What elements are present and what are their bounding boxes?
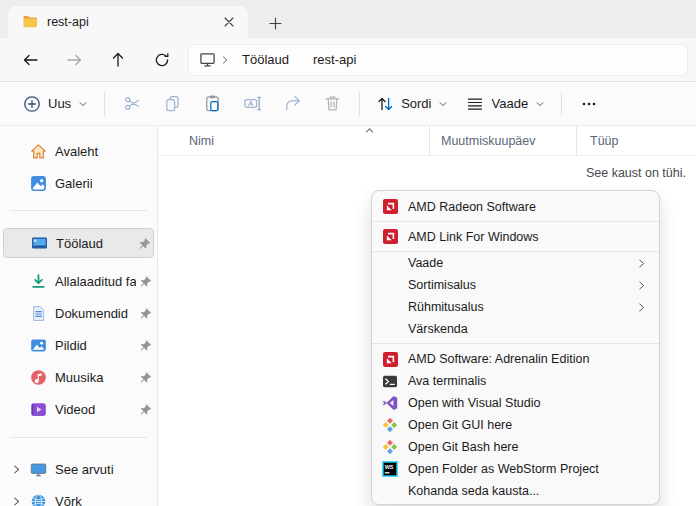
sidebar-item-label: Galerii (55, 176, 154, 191)
menu-item-open-git-bash-here[interactable]: Open Git Bash here (372, 436, 659, 458)
menu-item-r-hmitusalus[interactable]: Rühmitusalus (372, 296, 659, 318)
sidebar-item-v-rk[interactable]: Võrk (3, 486, 154, 506)
pin-icon (136, 275, 154, 288)
sidebar-item-dokumendid[interactable]: Dokumendid (3, 298, 154, 328)
tab-close-button[interactable] (216, 10, 242, 34)
submenu-chevron-icon (636, 302, 647, 313)
forward-button[interactable] (56, 44, 92, 76)
downloads-icon (29, 273, 47, 290)
menu-item-label: Värskenda (408, 322, 647, 336)
navigation-bar: Töölaudrest-api (0, 38, 696, 82)
new-button-label: Uus (48, 96, 71, 111)
sidebar-item-label: Pildid (55, 338, 136, 353)
tab-rest-api[interactable]: rest-api (8, 6, 248, 38)
menu-item-amd-radeon-software[interactable]: AMD Radeon Software (372, 192, 659, 221)
videos-icon (29, 401, 47, 418)
sidebar-item-avaleht[interactable]: Avaleht (3, 136, 154, 166)
more-icon (580, 95, 598, 113)
sidebar-item-allalaaditud-faili[interactable]: Allalaaditud faili (3, 266, 154, 296)
refresh-button[interactable] (144, 44, 180, 76)
menu-item-open-with-visual-studio[interactable]: Open with Visual Studio (372, 392, 659, 414)
music-icon (29, 369, 47, 386)
expand-chevron-icon[interactable] (3, 496, 29, 506)
delete-icon (323, 94, 342, 113)
up-button[interactable] (100, 44, 136, 76)
toolbar-divider (104, 92, 105, 116)
copy-button[interactable] (152, 87, 192, 121)
sidebar-item-label: Dokumendid (55, 306, 136, 321)
menu-item-label: Open Git Bash here (408, 440, 647, 454)
breadcrumb-chevron-icon (220, 55, 230, 65)
delete-button[interactable] (312, 87, 352, 121)
menu-item-label: Open Git GUI here (408, 418, 647, 432)
menu-item-sortimisalus[interactable]: Sortimisalus (372, 274, 659, 296)
svg-text:WS: WS (385, 464, 394, 470)
menu-item-vaade[interactable]: Vaade (372, 252, 659, 274)
rename-icon (243, 94, 262, 113)
new-tab-button[interactable] (262, 11, 288, 35)
this-pc-icon (29, 461, 47, 478)
menu-item-amd-link-for-windows[interactable]: AMD Link For Windows (372, 222, 659, 251)
sort-button[interactable]: Sordi (367, 87, 457, 121)
address-bar[interactable]: Töölaudrest-api (188, 44, 688, 76)
sidebar-item-galerii[interactable]: Galerii (3, 168, 154, 198)
sidebar-item-t-laud[interactable]: Töölaud (3, 228, 154, 258)
breadcrumb-item-rest-api[interactable]: rest-api (305, 48, 364, 71)
back-button[interactable] (12, 44, 48, 76)
menu-item-v-rskenda[interactable]: Värskenda (372, 318, 659, 340)
sidebar-separator (10, 437, 147, 438)
rename-button[interactable] (232, 87, 272, 121)
desktop-monitor-icon (199, 51, 216, 68)
menu-item-label: AMD Radeon Software (408, 200, 647, 214)
share-button[interactable] (272, 87, 312, 121)
plus-icon (269, 17, 282, 30)
cut-button[interactable] (112, 87, 152, 121)
paste-button[interactable] (192, 87, 232, 121)
arrow-up-icon (110, 51, 126, 68)
menu-item-amd-software-adrenalin-edition[interactable]: AMD Software: Adrenalin Edition (372, 348, 659, 370)
view-button-label: Vaade (491, 96, 528, 111)
menu-item-open-folder-as-webstorm-project[interactable]: WSOpen Folder as WebStorm Project (372, 458, 659, 480)
share-icon (283, 94, 302, 113)
sort-button-label: Sordi (401, 96, 431, 111)
cut-icon (123, 94, 142, 113)
arrow-left-icon (22, 52, 39, 68)
plus-circle-icon (23, 95, 41, 113)
pictures-icon (29, 337, 47, 354)
new-button[interactable]: Uus (14, 87, 97, 121)
expand-chevron-icon[interactable] (3, 464, 29, 475)
sidebar-item-label: Videod (55, 402, 136, 417)
documents-icon (29, 305, 47, 322)
column-header-type[interactable]: Tüüp (576, 126, 696, 155)
menu-item-kohanda-seda-kausta[interactable]: Kohanda seda kausta... (372, 480, 659, 502)
tab-bar: rest-api (0, 0, 696, 38)
sidebar-item-label: Võrk (55, 494, 154, 506)
pin-icon (136, 339, 154, 352)
home-icon (29, 143, 47, 160)
view-button[interactable]: Vaade (457, 87, 554, 121)
menu-item-label: Kohanda seda kausta... (408, 484, 647, 498)
menu-item-label: Rühmitusalus (408, 300, 628, 314)
more-button[interactable] (569, 87, 609, 121)
desktop-icon (30, 235, 48, 252)
empty-folder-message: See kaust on tühi. (586, 166, 686, 180)
breadcrumb-item-t-laud[interactable]: Töölaud (234, 48, 297, 71)
column-header-name[interactable]: Nimi (158, 126, 429, 155)
column-header-date-modified[interactable]: Muutmiskuupäev (429, 126, 576, 155)
menu-item-ava-terminalis[interactable]: Ava terminalis (372, 370, 659, 392)
sidebar-item-videod[interactable]: Videod (3, 394, 154, 424)
git-icon (382, 439, 398, 455)
terminal-icon (382, 373, 398, 389)
sidebar-item-pildid[interactable]: Pildid (3, 330, 154, 360)
toolbar-divider (359, 92, 360, 116)
breadcrumb: Töölaudrest-api (234, 48, 364, 71)
sidebar-item-muusika[interactable]: Muusika (3, 362, 154, 392)
pin-icon (136, 403, 154, 416)
menu-item-label: Open Folder as WebStorm Project (408, 462, 647, 476)
menu-item-label: AMD Software: Adrenalin Edition (408, 352, 647, 366)
menu-item-label: Sortimisalus (408, 278, 628, 292)
menu-item-open-git-gui-here[interactable]: Open Git GUI here (372, 414, 659, 436)
sidebar-item-see-arvuti[interactable]: See arvuti (3, 454, 154, 484)
paste-icon (203, 94, 222, 113)
chevron-down-icon (535, 99, 545, 109)
